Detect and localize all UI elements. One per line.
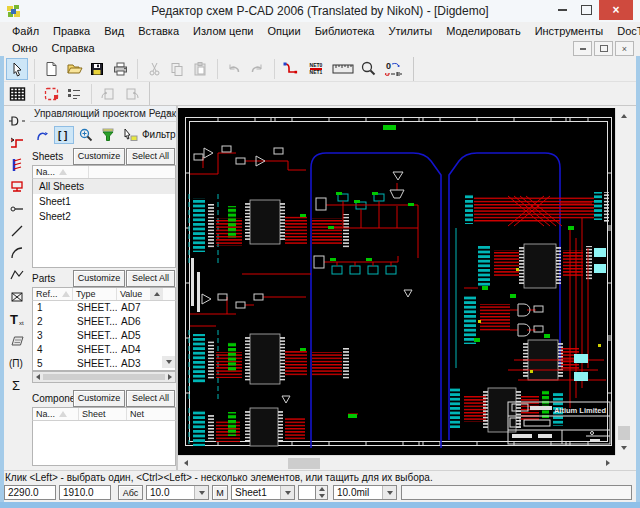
components-list-empty[interactable] — [32, 421, 176, 466]
canvas-scroll-up-button[interactable] — [616, 108, 631, 123]
parts-value-column[interactable]: Value — [117, 288, 150, 300]
menu-view[interactable]: Вид — [97, 25, 131, 37]
mdi-minimize-button[interactable] — [573, 41, 592, 56]
components-column-header[interactable]: Na... Sheet Net — [32, 407, 176, 421]
place-ref-point-button[interactable] — [7, 287, 27, 307]
place-pi-symbol-button[interactable]: (П) — [7, 353, 27, 373]
dropdown-arrow-icon[interactable] — [382, 486, 396, 499]
status-extra-field[interactable] — [401, 485, 632, 500]
parts-column-header[interactable]: Ref... Type Value — [32, 287, 176, 301]
forward-annotate-button-disabled[interactable] — [97, 83, 119, 105]
sheets-select-all-button[interactable]: Select All — [126, 148, 175, 165]
sheet-list-item[interactable]: Sheet1 — [33, 194, 175, 209]
parts-customize-button[interactable]: Customize — [73, 270, 125, 287]
menu-tools[interactable]: Инструменты — [528, 25, 611, 37]
y-coordinate-input[interactable] — [59, 485, 111, 500]
place-polygon-button[interactable] — [7, 265, 27, 285]
line-width-combo[interactable]: 10.0mil — [333, 485, 397, 500]
place-arc-button[interactable] — [7, 243, 27, 263]
wire-tool-button[interactable] — [280, 58, 302, 80]
dropdown-arrow-icon[interactable] — [194, 486, 208, 499]
parts-scroll-up-button[interactable] — [150, 288, 163, 300]
parts-ref-column[interactable]: Ref... — [33, 288, 73, 300]
place-line-button[interactable] — [7, 221, 27, 241]
menu-library[interactable]: Библиотека — [308, 25, 382, 37]
menu-doctool[interactable]: DocTool — [610, 25, 640, 37]
paste-button-disabled[interactable] — [189, 58, 211, 80]
mdi-restore-button[interactable] — [594, 41, 613, 56]
parts-hscrollbar[interactable] — [32, 371, 176, 383]
menu-window[interactable]: Окно — [5, 42, 45, 54]
sheet-list-item[interactable]: Sheet2 — [33, 209, 175, 224]
parts-type-column[interactable]: Type — [73, 288, 117, 300]
components-select-all-button[interactable]: Select All — [126, 390, 175, 407]
spinner-value-box[interactable] — [298, 485, 316, 500]
rename-net-button[interactable]: NET0 NET1 — [303, 58, 329, 80]
canvas-scroll-down-button[interactable] — [616, 440, 631, 455]
place-pin-button[interactable] — [7, 199, 27, 219]
parts-row[interactable]: 1 SHEET... AD7 — [33, 301, 175, 315]
place-sigma-button[interactable]: Σ — [7, 375, 27, 395]
x-coordinate-input[interactable] — [4, 485, 56, 500]
highlight-button[interactable]: [ ] — [54, 126, 74, 144]
menu-utils[interactable]: Утилиты — [381, 25, 439, 37]
save-button[interactable] — [86, 58, 108, 80]
maximize-button[interactable] — [575, 0, 597, 20]
back-annotate-button-disabled[interactable] — [120, 83, 142, 105]
place-wire-button[interactable] — [7, 133, 27, 153]
new-file-button[interactable] — [40, 58, 62, 80]
menu-help[interactable]: Справка — [45, 42, 102, 54]
canvas-hscrollbar[interactable] — [178, 455, 615, 470]
jump-to-button[interactable] — [32, 126, 52, 144]
place-port-button[interactable] — [7, 177, 27, 197]
spinner-buttons[interactable] — [316, 485, 328, 500]
room-tool-button[interactable] — [40, 83, 62, 105]
parts-row[interactable]: 3 SHEET... AD5 — [33, 329, 175, 343]
components-sheet-column[interactable]: Sheet — [79, 408, 127, 420]
print-button[interactable] — [109, 58, 131, 80]
title-bar[interactable]: Редактор схем P-CAD 2006 (Translated by … — [0, 0, 640, 23]
minimize-button[interactable] — [551, 0, 573, 20]
canvas-vscroll-thumb[interactable] — [618, 426, 630, 440]
schematic-canvas[interactable]: Altium Limited — [178, 108, 615, 455]
value-spinner[interactable] — [298, 485, 328, 500]
select-tool-button[interactable] — [6, 58, 28, 80]
components-customize-button[interactable]: Customize — [73, 390, 125, 407]
canvas-vscrollbar[interactable] — [615, 108, 632, 455]
canvas-scroll-left-button[interactable] — [178, 456, 193, 471]
zoom-window-button[interactable] — [357, 58, 379, 80]
zoom-to-button[interactable] — [76, 126, 96, 144]
cut-button-disabled[interactable] — [143, 58, 165, 80]
dropdown-arrow-icon[interactable] — [280, 486, 294, 499]
menu-options[interactable]: Опции — [261, 25, 308, 37]
open-file-button[interactable] — [63, 58, 85, 80]
sheets-customize-button[interactable]: Customize — [73, 148, 125, 165]
close-button[interactable]: × — [599, 0, 633, 20]
place-bus-button[interactable] — [7, 155, 27, 175]
parts-row[interactable]: 5 SHEET... AD3 — [33, 357, 175, 371]
sheets-name-column[interactable]: Na... — [33, 166, 89, 178]
panel-title-bar[interactable]: Управляющий проектом Редактор × — [30, 106, 176, 122]
place-part-button[interactable] — [7, 111, 27, 131]
spreadsheet-button[interactable] — [6, 83, 28, 105]
record-macro-button[interactable]: 0 — [380, 58, 406, 80]
parts-hscroll-thumb[interactable] — [43, 374, 165, 380]
copy-button-disabled[interactable] — [166, 58, 188, 80]
sheet-selector-combo[interactable]: Sheet1 — [231, 485, 295, 500]
components-name-column[interactable]: Na... — [33, 408, 79, 420]
parts-select-all-button[interactable]: Select All — [126, 270, 175, 287]
canvas-scroll-right-button[interactable] — [600, 456, 615, 471]
parts-row[interactable]: 4 SHEET... AD4 — [33, 343, 175, 357]
place-field-button[interactable] — [7, 331, 27, 351]
panel-close-button[interactable]: × — [163, 108, 174, 119]
components-net-column[interactable]: Net — [127, 408, 173, 420]
menu-insert[interactable]: Вставка — [131, 25, 186, 37]
menu-file[interactable]: Файл — [5, 25, 46, 37]
menu-netbreak[interactable]: Излом цепи — [186, 25, 261, 37]
parts-row[interactable]: 2 SHEET... AD6 — [33, 315, 175, 329]
select-mask-button[interactable] — [120, 126, 140, 144]
sheet-list-item[interactable]: All Sheets — [33, 179, 175, 194]
redo-button-disabled[interactable] — [246, 58, 268, 80]
grid-spacing-combo[interactable]: 10.0 — [146, 485, 209, 500]
menu-simulate[interactable]: Моделировать — [439, 25, 528, 37]
